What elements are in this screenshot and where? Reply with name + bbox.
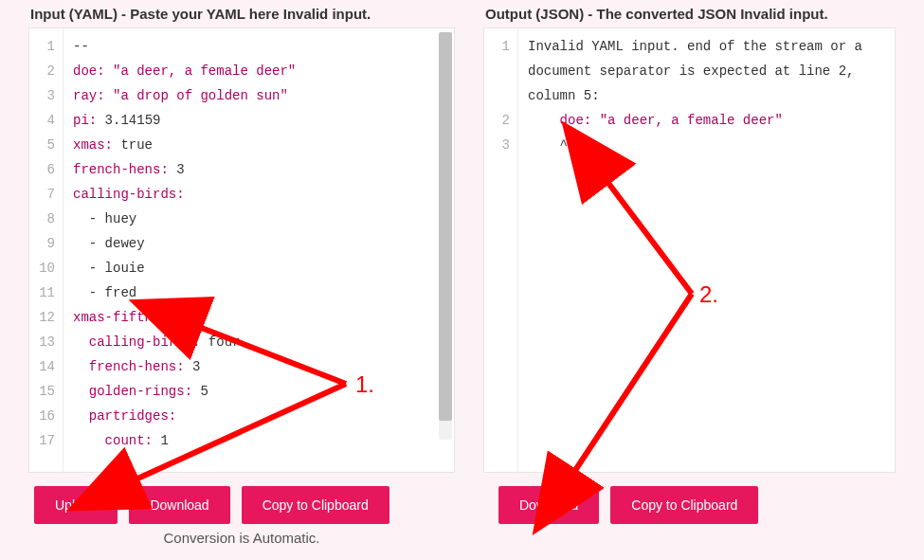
output-code: Invalid YAML input. end of the stream or… xyxy=(518,28,895,472)
output-buttons: Download Copy to Clipboard xyxy=(483,486,896,524)
upload-button[interactable]: Upload xyxy=(34,486,118,524)
download-output-button[interactable]: Download xyxy=(498,486,599,524)
output-header: Output (JSON) - The converted JSON Inval… xyxy=(483,6,896,27)
output-gutter: 1 23 xyxy=(484,28,518,472)
input-buttons: Upload Download Copy to Clipboard xyxy=(28,486,455,524)
download-input-button[interactable]: Download xyxy=(129,486,229,524)
copy-output-button[interactable]: Copy to Clipboard xyxy=(610,486,758,524)
input-code[interactable]: -- doe: "a deer, a female deer" ray: "a … xyxy=(63,28,454,472)
copy-input-button[interactable]: Copy to Clipboard xyxy=(242,486,390,524)
conversion-note: Conversion is Automatic. xyxy=(28,530,455,546)
input-panel: Input (YAML) - Paste your YAML here Inva… xyxy=(28,6,455,546)
output-code-area[interactable]: 1 23 Invalid YAML input. end of the stre… xyxy=(483,27,896,473)
input-header: Input (YAML) - Paste your YAML here Inva… xyxy=(28,6,455,27)
input-code-area[interactable]: 1234567891011121314151617 -- doe: "a dee… xyxy=(28,27,455,473)
output-panel: Output (JSON) - The converted JSON Inval… xyxy=(483,6,896,546)
input-gutter: 1234567891011121314151617 xyxy=(29,28,63,472)
input-scrollbar-thumb[interactable] xyxy=(439,32,452,421)
